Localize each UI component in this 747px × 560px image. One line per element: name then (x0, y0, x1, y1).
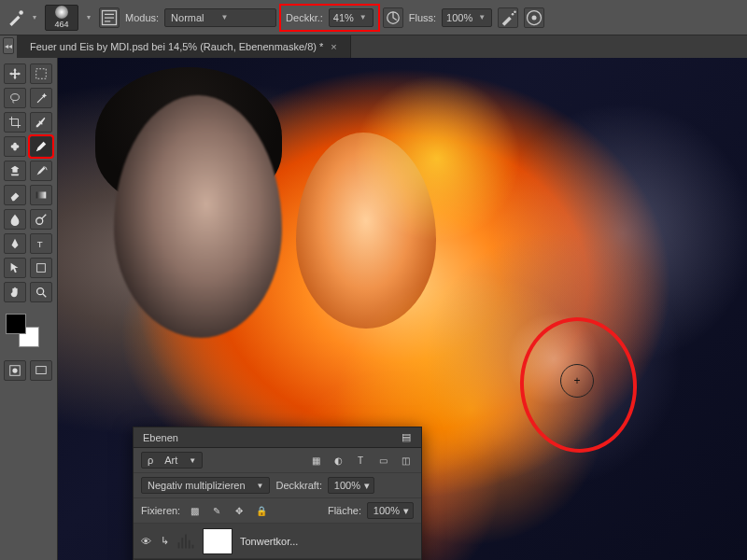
opacity-value: 41% (333, 12, 354, 23)
filter-adjust-icon[interactable]: ◐ (330, 453, 346, 468)
panel-menu-icon[interactable]: ▤ (402, 431, 412, 443)
svg-text:T: T (37, 239, 43, 249)
mode-label: Modus: (125, 12, 159, 23)
chevron-down-icon: ▼ (476, 13, 487, 21)
type-tool[interactable]: T (30, 233, 52, 254)
path-select-tool[interactable] (4, 258, 26, 278)
layer-filter-kind[interactable]: ρ Art▼ (141, 452, 203, 469)
layer-list: 👁 ↳ Tonwertkor... 👁 ⎘ Rauch 👁 ▶ (134, 524, 421, 560)
pen-tool[interactable] (4, 233, 26, 254)
history-brush-tool[interactable] (30, 161, 52, 181)
svg-point-6 (532, 15, 537, 20)
blend-mode-value: Normal (171, 12, 204, 23)
brush-preset-picker[interactable]: 464 (45, 5, 78, 31)
expand-toolbar-icon[interactable]: ◂◂ (3, 37, 14, 54)
hand-tool[interactable] (4, 282, 26, 302)
dropdown-icon[interactable]: ▾ (30, 13, 39, 21)
clip-icon: ↳ (160, 535, 169, 547)
crop-tool[interactable] (4, 112, 26, 133)
eraser-tool[interactable] (4, 185, 26, 205)
svg-point-12 (36, 217, 43, 224)
document-tab-strip: Feuer und Eis by MDI.psd bei 14,5% (Rauc… (17, 35, 747, 58)
svg-rect-11 (36, 192, 47, 199)
blend-mode-select[interactable]: Normal ▼ (164, 8, 276, 27)
options-bar: ▾ 464 ▾ Modus: Normal ▼ Deckkr.: 41% ▼ F… (0, 0, 747, 35)
move-tool[interactable] (4, 63, 26, 84)
foreground-color-swatch[interactable] (6, 314, 26, 334)
layers-panel-title: Ebenen (143, 432, 178, 443)
levels-adjust-icon (176, 532, 195, 551)
visibility-icon[interactable]: 👁 (139, 536, 152, 547)
layers-panel[interactable]: Ebenen ▤ ρ Art▼ ▦ ◐ T ▭ ◫ Negativ multip… (133, 427, 422, 560)
close-icon[interactable]: × (331, 41, 336, 52)
eyedropper-tool[interactable] (30, 112, 52, 133)
svg-rect-10 (13, 143, 17, 151)
magic-wand-tool[interactable] (30, 88, 52, 108)
filter-shape-icon[interactable]: ▭ (374, 453, 391, 468)
lock-label: Fixieren: (141, 505, 180, 516)
flow-field[interactable]: 100% ▼ (442, 8, 492, 27)
svg-point-0 (19, 10, 23, 15)
lock-all-icon[interactable]: 🔒 (253, 503, 270, 518)
chevron-down-icon: ▼ (221, 13, 229, 21)
brush-panel-toggle-icon[interactable] (99, 7, 120, 28)
lasso-tool[interactable] (4, 88, 26, 108)
svg-point-4 (514, 10, 516, 13)
tools-panel: T (0, 58, 58, 560)
dropdown-icon[interactable]: ▾ (84, 13, 93, 21)
layer-blend-mode[interactable]: Negativ multiplizieren▼ (141, 477, 270, 494)
flow-label: Fluss: (409, 12, 436, 23)
blur-tool[interactable] (4, 209, 26, 230)
gradient-tool[interactable] (30, 185, 52, 205)
filter-pixel-icon[interactable]: ▦ (307, 453, 324, 468)
pressure-size-icon[interactable] (524, 7, 544, 28)
shape-tool[interactable] (30, 258, 52, 278)
svg-rect-7 (36, 69, 47, 79)
layer-name[interactable]: Tonwertkor... (240, 536, 416, 547)
screenmode-toggle[interactable] (30, 360, 52, 381)
layer-fill-field[interactable]: 100%▾ (367, 502, 414, 519)
pressure-opacity-icon[interactable] (383, 7, 403, 28)
lock-position-icon[interactable]: ✥ (231, 503, 247, 518)
layer-opacity-label: Deckkraft: (275, 480, 322, 491)
fill-label: Fläche: (328, 505, 361, 516)
lock-transparent-icon[interactable]: ▩ (186, 503, 203, 518)
svg-point-8 (11, 94, 20, 101)
quickmask-toggle[interactable] (4, 360, 26, 381)
color-swatches[interactable] (4, 312, 41, 349)
dodge-tool[interactable] (30, 209, 52, 230)
svg-rect-14 (37, 264, 46, 273)
svg-point-15 (37, 288, 44, 295)
brush-tool[interactable] (30, 136, 52, 157)
airbrush-icon[interactable] (498, 7, 518, 28)
chevron-down-icon: ▼ (358, 13, 369, 21)
healing-brush-tool[interactable] (4, 136, 26, 157)
tool-preset-icon[interactable] (7, 9, 24, 26)
marquee-tool[interactable] (30, 63, 52, 84)
filter-smart-icon[interactable]: ◫ (397, 453, 414, 468)
layer-row[interactable]: 👁 ↳ Tonwertkor... (134, 524, 421, 559)
layer-mask-thumb[interactable] (203, 528, 233, 554)
lock-paint-icon[interactable]: ✎ (208, 503, 225, 518)
canvas[interactable]: Ebenen ▤ ρ Art▼ ▦ ◐ T ▭ ◫ Negativ multip… (58, 58, 747, 560)
brush-size-value: 464 (54, 20, 68, 29)
document-tab[interactable]: Feuer und Eis by MDI.psd bei 14,5% (Rauc… (17, 35, 351, 58)
layers-panel-header: Ebenen ▤ (134, 427, 421, 448)
zoom-tool[interactable] (30, 282, 52, 302)
clone-stamp-tool[interactable] (4, 161, 26, 181)
layer-opacity-field[interactable]: 100%▾ (328, 477, 374, 494)
opacity-group-highlight: Deckkr.: 41% ▼ (282, 7, 377, 29)
flow-value: 100% (446, 12, 472, 23)
svg-rect-18 (36, 367, 47, 374)
svg-point-3 (512, 13, 514, 16)
filter-type-icon[interactable]: T (352, 453, 369, 468)
opacity-field[interactable]: 41% ▼ (329, 8, 374, 27)
svg-point-17 (12, 368, 17, 372)
opacity-label: Deckkr.: (286, 12, 323, 23)
document-title: Feuer und Eis by MDI.psd bei 14,5% (Rauc… (30, 41, 323, 52)
